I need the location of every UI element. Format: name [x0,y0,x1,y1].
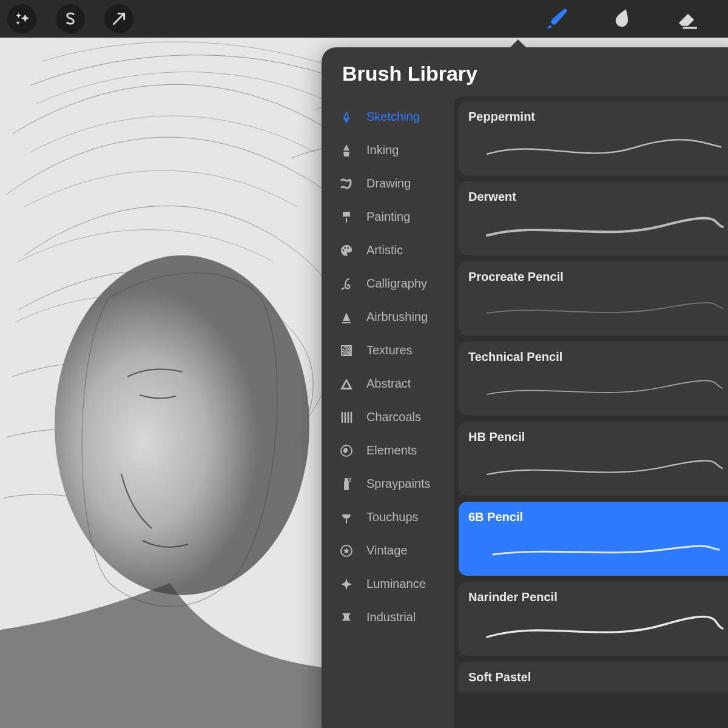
category-luminance[interactable]: Luminance [322,567,454,601]
brush-stroke-preview [468,210,728,246]
category-textures[interactable]: Textures [322,334,454,367]
brush-stroke-preview [468,370,728,406]
brush-stroke-preview [468,530,728,567]
brush-name: HB Pencil [468,430,728,444]
brush-list[interactable]: Peppermint Derwent Procreate Pencil Tech… [454,96,728,728]
industrial-icon [337,608,356,627]
magic-icon [14,11,30,27]
inking-icon [337,141,356,160]
brush-name: Soft Pastel [468,670,728,684]
brush-name: Derwent [468,190,728,204]
category-label: Inking [366,143,399,157]
category-label: Industrial [366,610,416,624]
category-painting[interactable]: Painting [322,200,454,234]
drawing-icon [337,175,356,193]
sketching-icon [337,108,356,126]
brush-tool-button[interactable] [540,2,574,36]
category-label: Charcoals [366,410,421,424]
arrow-icon [111,11,127,27]
brush-name: Technical Pencil [468,350,728,364]
category-calligraphy[interactable]: Calligraphy [322,267,454,300]
category-abstract[interactable]: Abstract [322,367,454,400]
category-label: Calligraphy [366,277,427,291]
smudge-tool-button[interactable] [605,2,639,36]
category-sketching[interactable]: Sketching [322,100,454,133]
brush-item-technical-pencil[interactable]: Technical Pencil [459,342,728,416]
panel-title: Brush Library [342,62,726,86]
category-label: Textures [366,343,413,357]
brush-item-6b-pencil[interactable]: 6B Pencil [459,502,728,576]
brush-item-narinder-pencil[interactable]: Narinder Pencil [459,582,728,656]
spraypaints-icon [337,475,356,493]
panel-pointer [510,39,527,48]
brush-item-hb-pencil[interactable]: HB Pencil [459,422,728,496]
category-inking[interactable]: Inking [322,133,454,167]
brush-library-panel: Brush Library Sketching Inking Drawing P… [322,47,728,728]
category-label: Elements [366,443,417,457]
svg-point-1 [55,255,309,595]
category-airbrushing[interactable]: Airbrushing [322,300,454,334]
category-industrial[interactable]: Industrial [322,601,454,634]
brush-stroke-preview [468,450,728,487]
painting-icon [337,208,356,226]
brush-icon [545,7,569,31]
brush-item-derwent[interactable]: Derwent [459,181,728,255]
category-label: Spraypaints [366,477,431,491]
brush-name: Narinder Pencil [468,590,728,604]
magic-tool-button[interactable] [7,4,36,33]
brush-name: Procreate Pencil [468,270,728,284]
category-label: Artistic [366,243,403,257]
top-toolbar [0,0,728,38]
brush-stroke-preview [468,610,728,647]
panel-header: Brush Library [322,47,728,96]
textures-icon [337,342,356,360]
brush-item-soft-pastel[interactable]: Soft Pastel [459,662,728,692]
eraser-tool-button[interactable] [671,2,705,36]
artistic-icon [337,241,356,260]
vintage-icon [337,542,356,560]
category-elements[interactable]: Elements [322,434,454,467]
brush-stroke-preview [468,290,728,326]
smudge-icon [610,7,635,31]
elements-icon [337,442,356,460]
category-label: Vintage [366,544,407,558]
category-touchups[interactable]: Touchups [322,500,454,534]
category-drawing[interactable]: Drawing [322,167,454,200]
category-label: Airbrushing [366,310,428,324]
s-icon [62,11,78,27]
airbrushing-icon [337,308,356,326]
charcoals-icon [337,408,356,426]
selection-tool-button[interactable] [56,4,85,33]
abstract-icon [337,375,356,393]
eraser-icon [676,7,700,31]
touchups-icon [337,508,356,527]
category-label: Drawing [366,177,411,190]
category-label: Luminance [366,577,426,591]
brush-item-peppermint[interactable]: Peppermint [459,101,728,175]
category-charcoals[interactable]: Charcoals [322,400,454,434]
luminance-icon [337,575,356,593]
brush-categories-list[interactable]: Sketching Inking Drawing Painting Artist… [322,96,454,728]
category-label: Abstract [366,377,411,391]
calligraphy-icon [337,275,356,293]
category-label: Painting [366,210,410,224]
category-artistic[interactable]: Artistic [322,234,454,267]
category-spraypaints[interactable]: Spraypaints [322,467,454,500]
category-label: Touchups [366,510,419,524]
brush-name: Peppermint [468,110,728,124]
category-vintage[interactable]: Vintage [322,534,454,567]
brush-stroke-preview [468,130,728,166]
category-label: Sketching [366,110,420,124]
move-tool-button[interactable] [104,4,133,33]
brush-item-procreate-pencil[interactable]: Procreate Pencil [459,261,728,335]
brush-name: 6B Pencil [468,510,728,524]
